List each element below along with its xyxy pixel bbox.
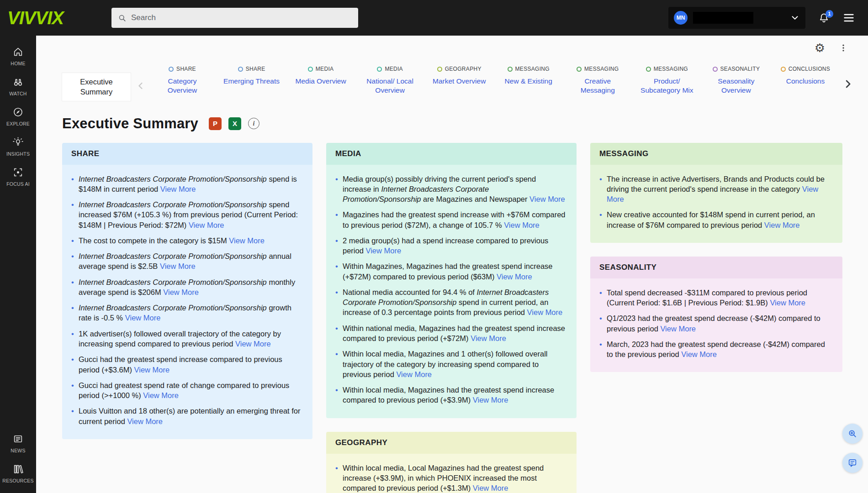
view-more-link[interactable]: View More — [607, 185, 818, 203]
search-bar[interactable] — [111, 8, 358, 28]
bullet-text: Within national media, Magazines had the… — [343, 323, 566, 344]
bullet-dot-icon: • — [67, 236, 79, 246]
kebab-menu-icon[interactable] — [839, 43, 848, 53]
bullet-text: Gucci had greatest spend rate of change … — [79, 380, 302, 401]
view-more-link[interactable]: View More — [497, 273, 532, 281]
view-more-link[interactable]: View More — [127, 417, 163, 425]
tab-label: Creative Messaging — [568, 77, 627, 95]
settings-gear-icon[interactable]: ⚙ — [815, 42, 825, 54]
tab-seasonality-overview[interactable]: SEASONALITYSeasonality Overview — [706, 66, 766, 95]
tab-conclusions[interactable]: CONCLUSIONSConclusions — [776, 66, 835, 95]
insight-bullet: •Internet Broadcasters Corporate Promoti… — [67, 303, 302, 323]
view-more-link[interactable]: View More — [473, 484, 508, 492]
bullet-text: Total spend decreased -$311M compared to… — [607, 288, 832, 308]
bullet-dot-icon: • — [331, 349, 343, 379]
view-more-link[interactable]: View More — [163, 288, 199, 296]
search-input[interactable] — [131, 13, 352, 22]
view-more-link[interactable]: View More — [235, 340, 271, 348]
zoom-button[interactable] — [842, 424, 863, 444]
view-more-link[interactable]: View More — [681, 350, 717, 358]
powerpoint-export-icon[interactable]: P — [209, 117, 222, 130]
view-more-link[interactable]: View More — [527, 308, 563, 316]
view-more-link[interactable]: View More — [160, 262, 196, 270]
topbar: VIVVIX MN 1 — [0, 0, 868, 36]
sidebar-item-watch[interactable]: WATCH — [0, 71, 36, 101]
lightbulb-icon — [12, 136, 24, 148]
tab-executive-summary[interactable]: Executive Summary — [62, 73, 131, 101]
bullet-dot-icon: • — [331, 174, 343, 205]
chat-button[interactable] — [842, 453, 863, 473]
menu-icon[interactable] — [842, 11, 855, 24]
tab-category-overview[interactable]: SHARECategory Overview — [153, 66, 212, 95]
status-circle-icon — [238, 67, 243, 72]
bullet-dot-icon: • — [595, 288, 607, 308]
tab-national-local-overview[interactable]: MEDIANational/ Local Overview — [360, 66, 420, 95]
card-body: •Total spend decreased -$311M compared t… — [590, 278, 842, 372]
bullet-text: Internet Broadcasters Corporate Promotio… — [79, 174, 302, 194]
card-title: MESSAGING — [590, 143, 842, 165]
status-circle-icon — [781, 67, 786, 72]
vivvix-logo[interactable]: VIVVIX — [7, 8, 84, 28]
bullet-dot-icon: • — [595, 313, 607, 334]
bullet-dot-icon: • — [67, 277, 79, 298]
bullet-dot-icon: • — [67, 354, 79, 375]
insight-bullet: •Gucci had greatest spend rate of change… — [67, 380, 302, 401]
view-more-link[interactable]: View More — [134, 366, 170, 374]
tabs-scroll-right-icon[interactable] — [842, 78, 854, 90]
bullet-dot-icon: • — [67, 251, 79, 272]
tab-emerging-threats[interactable]: SHAREEmerging Threats — [222, 66, 281, 95]
sidebar-item-label: RESOURCES — [2, 478, 33, 483]
tab-market-overview[interactable]: GEOGRAPHYMarket Overview — [429, 66, 489, 95]
tab-product-subcategory-mix[interactable]: MESSAGINGProduct/ Subcategory Mix — [637, 66, 697, 95]
user-menu[interactable]: MN — [668, 7, 805, 29]
bullet-text: March, 2023 had the greatest spend decre… — [607, 339, 832, 360]
tab-media-overview[interactable]: MEDIAMedia Overview — [291, 66, 350, 95]
sidebar-item-resources[interactable]: RESOURCES — [0, 458, 36, 488]
view-more-link[interactable]: View More — [143, 391, 179, 399]
tabs-scroll-left-icon[interactable] — [135, 80, 146, 91]
bullet-text: Within local media, Magazines and 1 othe… — [343, 349, 566, 379]
view-more-link[interactable]: View More — [229, 236, 265, 245]
view-more-link[interactable]: View More — [189, 221, 224, 229]
cards-column-3: MESSAGING•The increase in active Adverti… — [590, 143, 842, 372]
view-more-link[interactable]: View More — [473, 396, 508, 404]
tab-creative-messaging[interactable]: MESSAGINGCreative Messaging — [568, 66, 627, 95]
insight-bullet: •Internet Broadcasters Corporate Promoti… — [67, 277, 302, 298]
view-more-link[interactable]: View More — [125, 314, 161, 322]
tab-category: MEDIA — [377, 66, 403, 72]
sidebar-item-insights[interactable]: INSIGHTS — [0, 131, 36, 162]
view-more-link[interactable]: View More — [160, 185, 196, 193]
bullet-text: The increase in active Advertisers, Bran… — [607, 174, 832, 205]
tab-new-existing[interactable]: MESSAGINGNew & Existing — [499, 66, 558, 95]
view-more-link[interactable]: View More — [396, 370, 432, 378]
status-circle-icon — [577, 67, 582, 72]
info-icon[interactable]: i — [248, 118, 259, 129]
view-more-link[interactable]: View More — [365, 246, 401, 255]
notifications-button[interactable]: 1 — [818, 12, 830, 24]
excel-export-icon[interactable]: X — [228, 117, 241, 130]
notification-badge: 1 — [826, 10, 833, 18]
sidebar-item-news[interactable]: NEWS — [0, 428, 36, 458]
tab-label: Emerging Threats — [223, 77, 280, 86]
view-more-link[interactable]: View More — [471, 334, 506, 342]
view-more-link[interactable]: View More — [770, 299, 805, 307]
sidebar-item-home[interactable]: HOME — [0, 41, 36, 71]
status-circle-icon — [713, 67, 718, 72]
bullet-dot-icon: • — [331, 287, 343, 318]
card-title: MEDIA — [326, 143, 577, 165]
sidebar-item-focus-ai[interactable]: FOCUS AI — [0, 162, 36, 192]
insight-bullet: •Magazines had the greatest spend increa… — [331, 210, 566, 230]
view-more-link[interactable]: View More — [764, 221, 800, 229]
bullet-dot-icon: • — [331, 385, 343, 405]
tab-category: MESSAGING — [577, 66, 619, 72]
view-more-link[interactable]: View More — [660, 325, 696, 333]
tab-label: Product/ Subcategory Mix — [637, 77, 697, 95]
user-name-redacted — [693, 12, 753, 24]
compass-icon — [12, 106, 24, 118]
view-more-link[interactable]: View More — [504, 221, 540, 229]
sidebar-item-explore[interactable]: EXPLORE — [0, 101, 36, 131]
bullet-text: Gucci had the greatest spend increase co… — [79, 354, 302, 375]
bullet-dot-icon: • — [67, 303, 79, 323]
view-more-link[interactable]: View More — [529, 195, 565, 203]
status-circle-icon — [169, 67, 174, 72]
